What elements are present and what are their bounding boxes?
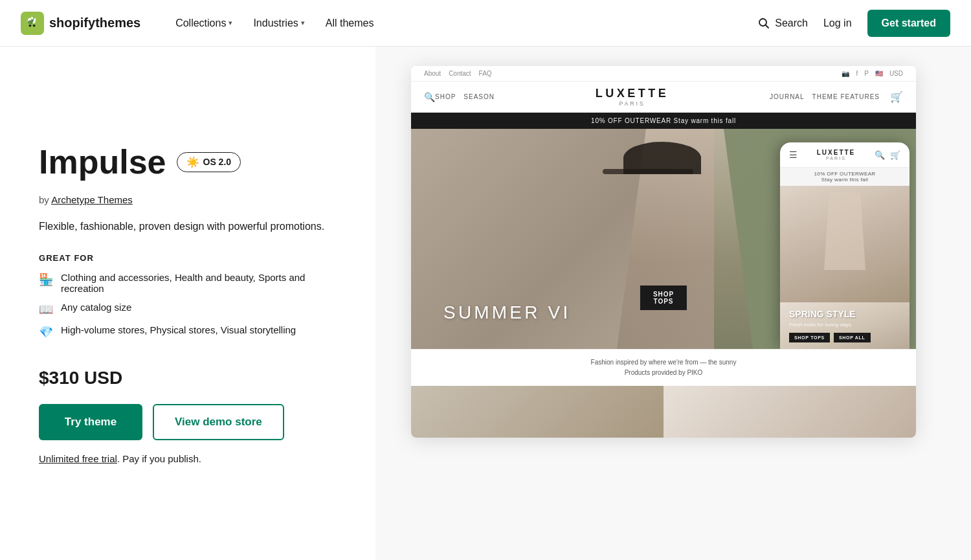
journal-link: JOURNAL: [770, 93, 805, 100]
contact-link: Contact: [449, 70, 471, 77]
theme-title-row: Impulse ☀️ OS 2.0: [39, 142, 337, 181]
about-link: About: [424, 70, 441, 77]
facebook-icon: f: [856, 70, 858, 77]
logo-text: shopifythemes: [49, 16, 140, 30]
search-button[interactable]: Search: [758, 17, 808, 29]
get-started-button[interactable]: Get started: [867, 10, 950, 37]
mobile-search-icon: 🔍: [875, 150, 885, 160]
store-nav-links-right: JOURNAL THEME FEATURES: [770, 93, 880, 100]
flag-icon: 🇺🇸: [875, 70, 883, 77]
great-for-label: GREAT FOR: [39, 253, 337, 263]
nav-industries[interactable]: Industries ▾: [244, 12, 313, 34]
free-trial-link[interactable]: Unlimited free trial: [39, 453, 117, 464]
diamond-icon: 💎: [39, 325, 53, 339]
store-icon: 🏪: [39, 273, 53, 287]
mobile-header: ☰ LUXETTE PARIS 🔍 🛒: [780, 142, 910, 168]
mobile-hero: [780, 186, 910, 302]
preview-panel: About Contact FAQ 📷 f P 🇺🇸 USD 🔍: [375, 47, 971, 560]
shop-link: SHOP: [435, 93, 456, 100]
store-brand-block: LUXETTE PARIS: [495, 87, 770, 107]
feature-text: Any catalog size: [61, 302, 131, 313]
os-badge-icon: ☀️: [186, 156, 199, 168]
store-top-right: 📷 f P 🇺🇸 USD: [842, 70, 903, 77]
mobile-shop-row: SHOP TOPS SHOP ALL: [789, 333, 900, 342]
chevron-down-icon: ▾: [301, 19, 305, 27]
view-demo-button[interactable]: View demo store: [153, 404, 284, 440]
mobile-brand-block: LUXETTE PARIS: [817, 149, 856, 161]
login-button[interactable]: Log in: [823, 17, 852, 29]
mobile-announcement: 10% OFF OUTERWEAR Stay warm this fall: [780, 168, 910, 186]
hat-brim: [603, 169, 693, 174]
header-right: Search Log in Get started: [758, 10, 950, 37]
store-search-icon: 🔍: [424, 92, 435, 102]
feature-list: 🏪 Clothing and accessories, Health and b…: [39, 272, 337, 347]
store-top-links: About Contact FAQ: [424, 70, 492, 77]
store-preview-content: About Contact FAQ 📷 f P 🇺🇸 USD 🔍: [411, 66, 916, 438]
mobile-spring-sub: Fresh looks for sunny days.: [789, 322, 900, 328]
store-hero: SUMMER VI SHOP TOPS ☰ LUXETTE PARIS: [411, 129, 916, 349]
feature-text: High-volume stores, Physical stores, Vis…: [61, 324, 296, 335]
shopify-logo-icon: [21, 12, 44, 35]
try-theme-button[interactable]: Try theme: [39, 404, 142, 440]
main-content: Impulse ☀️ OS 2.0 by Archetype Themes Fl…: [0, 47, 971, 560]
store-brand-name: LUXETTE: [495, 87, 770, 100]
theme-price: $310 USD: [39, 368, 337, 388]
mobile-overlay: ☰ LUXETTE PARIS 🔍 🛒 10% OFF OUTERW: [780, 142, 910, 349]
nav-all-themes[interactable]: All themes: [317, 12, 383, 34]
store-nav-links: SHOP SEASON: [435, 93, 495, 100]
mobile-header-icons: 🔍 🛒: [875, 150, 900, 160]
feature-item: 💎 High-volume stores, Physical stores, V…: [39, 324, 337, 339]
mobile-cart-icon: 🛒: [890, 150, 900, 160]
svg-point-1: [29, 24, 32, 27]
store-nav: 🔍 SHOP SEASON LUXETTE PARIS JOURNAL THEM…: [411, 82, 916, 113]
store-thumb-row: [411, 386, 916, 438]
os-badge: ☀️ OS 2.0: [177, 152, 241, 172]
store-preview: About Contact FAQ 📷 f P 🇺🇸 USD 🔍: [411, 66, 916, 438]
theme-detail-panel: Impulse ☀️ OS 2.0 by Archetype Themes Fl…: [0, 47, 375, 560]
mobile-shop-all-button[interactable]: SHOP ALL: [834, 333, 871, 342]
mobile-brand-name: LUXETTE: [817, 149, 856, 156]
catalog-icon: 📖: [39, 302, 53, 317]
mobile-shop-tops-button[interactable]: SHOP TOPS: [789, 333, 830, 342]
theme-description: Flexible, fashionable, proven design wit…: [39, 218, 337, 235]
instagram-icon: 📷: [842, 70, 849, 77]
mobile-menu-icon: ☰: [789, 150, 798, 160]
faq-link: FAQ: [479, 70, 492, 77]
announcement-bar: 10% OFF OUTERWEAR Stay warm this fall: [411, 113, 916, 129]
mobile-brand-sub: PARIS: [817, 156, 856, 161]
feature-item: 📖 Any catalog size: [39, 302, 337, 317]
theme-title: Impulse: [39, 142, 166, 181]
store-secondary: Fashion inspired by where we're from — t…: [411, 349, 916, 386]
feature-text: Clothing and accessories, Health and bea…: [61, 272, 337, 294]
svg-point-2: [33, 24, 36, 27]
header: shopifythemes Collections ▾ Industries ▾…: [0, 0, 971, 47]
currency-label: USD: [889, 70, 903, 77]
main-nav: Collections ▾ Industries ▾ All themes: [166, 12, 758, 34]
cta-row: Try theme View demo store: [39, 404, 337, 440]
store-brand-sub: PARIS: [495, 100, 770, 107]
mobile-spring-section: SPRING STYLE Fresh looks for sunny days.…: [780, 302, 910, 349]
store-thumb-2: [664, 386, 916, 438]
chevron-down-icon: ▾: [229, 19, 232, 27]
theme-features-link: THEME FEATURES: [812, 93, 880, 100]
svg-point-3: [759, 19, 766, 26]
hero-cta-button[interactable]: SHOP TOPS: [640, 286, 687, 310]
feature-item: 🏪 Clothing and accessories, Health and b…: [39, 272, 337, 294]
trial-text: Unlimited free trial. Pay if you publish…: [39, 453, 337, 464]
nav-collections[interactable]: Collections ▾: [166, 12, 241, 34]
mobile-spring-title: SPRING STYLE: [789, 309, 900, 319]
author-link[interactable]: Archetype Themes: [51, 194, 133, 205]
theme-author-line: by Archetype Themes: [39, 194, 337, 205]
store-cart-icon: 🛒: [890, 91, 903, 103]
pinterest-icon: P: [864, 70, 869, 77]
store-top-bar: About Contact FAQ 📷 f P 🇺🇸 USD: [411, 66, 916, 82]
season-link: SEASON: [463, 93, 495, 100]
store-thumb-1: [411, 386, 664, 438]
logo[interactable]: shopifythemes: [21, 12, 140, 35]
hero-text: SUMMER VI: [443, 302, 570, 323]
search-icon: [758, 17, 770, 29]
